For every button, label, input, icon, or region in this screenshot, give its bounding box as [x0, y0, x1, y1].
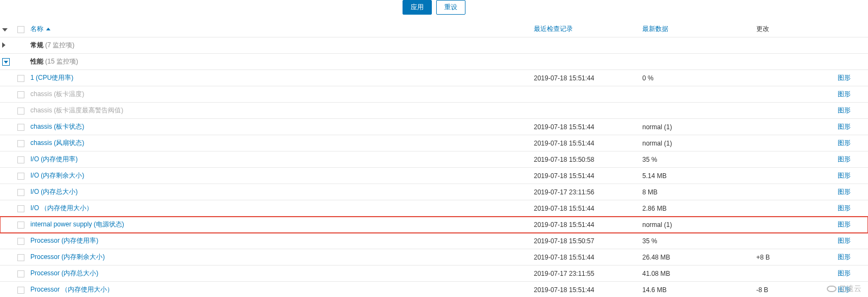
graph-link[interactable]: 图形	[838, 220, 851, 228]
graph-link[interactable]: 图形	[838, 139, 851, 147]
row-checkbox[interactable]	[17, 222, 24, 229]
table-row: chassis (风扇状态)2019-07-18 15:51:44normal …	[0, 135, 868, 151]
watermark-logo-icon	[827, 286, 837, 292]
table-header-row: 名称 最近检查记录 最新数据 更改	[0, 21, 868, 37]
row-checkbox[interactable]	[17, 189, 24, 196]
item-name[interactable]: Processor (内存剩余大小)	[30, 253, 105, 261]
item-name[interactable]: Processor （内存使用大小）	[30, 286, 113, 293]
table-row: I/O (内存总大小)2019-07-17 23:11:568 MB图形	[0, 184, 868, 200]
watermark-text: 亿速云	[839, 284, 861, 294]
row-checkbox[interactable]	[17, 91, 24, 98]
change-value	[754, 70, 835, 86]
group-row-general: 常规 (7 监控项)	[0, 37, 868, 54]
graph-link[interactable]: 图形	[838, 237, 851, 244]
item-name[interactable]: I/O （内存使用大小）	[30, 204, 93, 212]
table-row: internal power supply (电源状态)2019-07-18 1…	[0, 217, 868, 233]
reset-button[interactable]: 重设	[436, 0, 465, 15]
latest-data: 41.08 MB	[640, 266, 754, 282]
graph-link[interactable]: 图形	[838, 123, 851, 130]
graph-link[interactable]: 图形	[838, 74, 851, 81]
expand-all-icon[interactable]	[2, 28, 8, 31]
col-name-header[interactable]: 名称	[30, 25, 43, 33]
col-change-header: 更改	[756, 25, 769, 33]
change-value	[754, 184, 835, 200]
item-name[interactable]: I/O (内存总大小)	[30, 188, 78, 195]
row-checkbox[interactable]	[17, 173, 24, 180]
last-check: 2019-07-18 15:51:44	[532, 70, 640, 86]
graph-link[interactable]: 图形	[838, 188, 851, 195]
item-name[interactable]: 1 (CPU使用率)	[30, 74, 73, 81]
latest-data: 0 %	[640, 70, 754, 86]
group-label[interactable]: 性能	[30, 58, 43, 65]
last-check: 2019-07-18 15:50:58	[532, 151, 640, 168]
change-value	[754, 233, 835, 249]
table-row: Processor （内存使用大小）2019-07-18 15:51:4414.…	[0, 282, 868, 298]
last-check: 2019-07-18 15:51:44	[532, 135, 640, 151]
last-check: 2019-07-17 23:11:56	[532, 184, 640, 200]
item-name[interactable]: chassis (板卡状态)	[30, 123, 84, 130]
select-all-checkbox[interactable]	[17, 26, 24, 33]
table-row: Processor (内存总大小)2019-07-17 23:11:5541.0…	[0, 266, 868, 282]
table-row: I/O (内存剩余大小)2019-07-18 15:51:445.14 MB图形	[0, 168, 868, 184]
change-value	[754, 135, 835, 151]
latest-data: 26.48 MB	[640, 249, 754, 266]
last-check: 2019-07-18 15:51:44	[532, 282, 640, 298]
graph-link[interactable]: 图形	[838, 106, 851, 114]
item-name[interactable]: internal power supply (电源状态)	[30, 220, 124, 228]
last-check: 2019-07-18 15:50:57	[532, 233, 640, 249]
table-row: Processor (内存剩余大小)2019-07-18 15:51:4426.…	[0, 249, 868, 266]
row-checkbox[interactable]	[17, 287, 24, 294]
monitor-table: 名称 最近检查记录 最新数据 更改 常规 (7 监控项)	[0, 21, 868, 297]
row-checkbox[interactable]	[17, 156, 24, 163]
item-name[interactable]: Processor (内存总大小)	[30, 269, 98, 277]
table-row: I/O （内存使用大小）2019-07-18 15:51:442.86 MB图形	[0, 200, 868, 217]
change-value	[754, 103, 835, 119]
item-name[interactable]: chassis (板卡温度)	[30, 90, 84, 98]
apply-button[interactable]: 应用	[403, 0, 432, 15]
change-value	[754, 217, 835, 233]
col-latest-header[interactable]: 最新数据	[642, 25, 668, 33]
item-name[interactable]: chassis (板卡温度最高警告阀值)	[30, 106, 123, 114]
latest-data	[640, 86, 754, 103]
change-value	[754, 266, 835, 282]
table-row: I/O (内存使用率)2019-07-18 15:50:5835 %图形	[0, 151, 868, 168]
last-check: 2019-07-18 15:51:44	[532, 200, 640, 217]
expand-icon[interactable]	[2, 42, 5, 48]
group-count: (7 监控项)	[45, 41, 74, 49]
change-value: +8 B	[754, 249, 835, 266]
row-checkbox[interactable]	[17, 238, 24, 245]
change-value	[754, 168, 835, 184]
last-check: 2019-07-18 15:51:44	[532, 119, 640, 135]
table-row: chassis (板卡温度)图形	[0, 86, 868, 103]
group-label[interactable]: 常规	[30, 41, 43, 49]
row-checkbox[interactable]	[17, 254, 24, 261]
change-value	[754, 151, 835, 168]
graph-link[interactable]: 图形	[838, 204, 851, 212]
latest-data: 35 %	[640, 151, 754, 168]
last-check	[532, 103, 640, 119]
graph-link[interactable]: 图形	[838, 155, 851, 163]
item-name[interactable]: Processor (内存使用率)	[30, 237, 98, 244]
graph-link[interactable]: 图形	[838, 253, 851, 261]
graph-link[interactable]: 图形	[838, 172, 851, 179]
latest-data: 35 %	[640, 233, 754, 249]
graph-link[interactable]: 图形	[838, 269, 851, 277]
row-checkbox[interactable]	[17, 205, 24, 212]
item-name[interactable]: I/O (内存剩余大小)	[30, 172, 84, 179]
row-checkbox[interactable]	[17, 270, 24, 277]
group-row-performance: 性能 (15 监控项)	[0, 54, 868, 70]
collapse-icon[interactable]	[2, 58, 10, 66]
row-checkbox[interactable]	[17, 75, 24, 82]
row-checkbox[interactable]	[17, 124, 24, 131]
last-check: 2019-07-18 15:51:44	[532, 217, 640, 233]
row-checkbox[interactable]	[17, 108, 24, 115]
col-lastcheck-header[interactable]: 最近检查记录	[534, 25, 573, 33]
change-value: -8 B	[754, 282, 835, 298]
latest-data: 5.14 MB	[640, 168, 754, 184]
row-checkbox[interactable]	[17, 140, 24, 147]
latest-data	[640, 103, 754, 119]
item-name[interactable]: chassis (风扇状态)	[30, 139, 84, 147]
last-check: 2019-07-17 23:11:55	[532, 266, 640, 282]
graph-link[interactable]: 图形	[838, 90, 851, 98]
item-name[interactable]: I/O (内存使用率)	[30, 155, 78, 163]
